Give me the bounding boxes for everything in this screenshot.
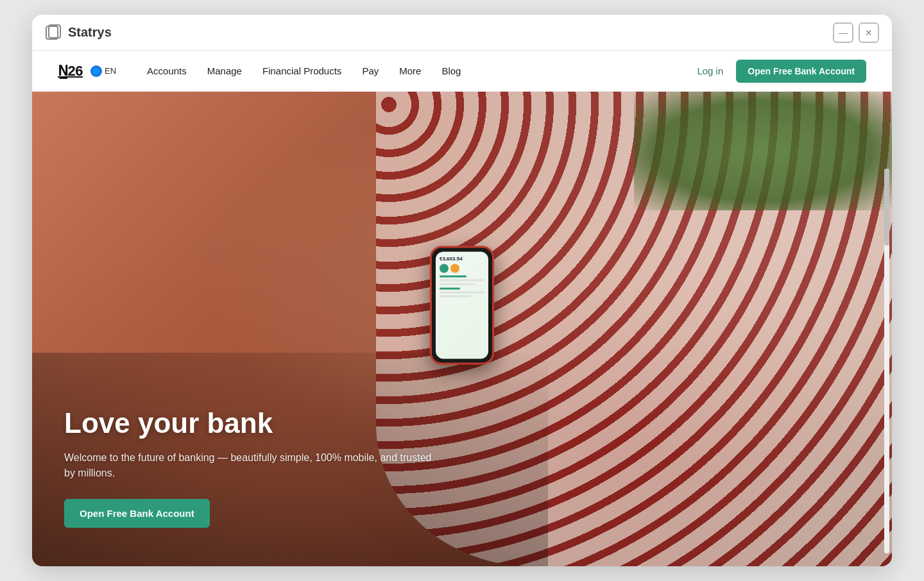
phone-circle-orange	[450, 264, 459, 273]
hero-content: Love your bank Welcome to the future of …	[64, 407, 436, 528]
phone-mockup-container: €3,603.54	[430, 246, 494, 365]
hero-subtitle: Welcome to the future of banking — beaut…	[64, 450, 436, 481]
phone-line-4	[440, 288, 460, 290]
statrys-logo-icon	[45, 24, 63, 42]
statrys-brand-name: Statrys	[68, 25, 112, 40]
brand-area: N̲26 🌐 EN	[58, 63, 116, 80]
nav-link-financial-products[interactable]: Financial Products	[262, 65, 341, 76]
phone-line-1	[440, 276, 466, 278]
nav-cta-button[interactable]: Open Free Bank Account	[736, 60, 866, 83]
window-controls: — ✕	[833, 22, 879, 43]
minimize-button[interactable]: —	[833, 22, 853, 43]
phone-circles	[440, 264, 484, 273]
phone-line-5	[440, 292, 484, 294]
nav-links-container: Accounts Manage Financial Products Pay M…	[147, 65, 697, 76]
hero-title: Love your bank	[64, 407, 436, 440]
language-selector[interactable]: 🌐 EN	[90, 65, 116, 77]
nav-link-accounts[interactable]: Accounts	[147, 65, 187, 76]
lang-dot-icon: 🌐	[90, 65, 102, 77]
browser-window: Statrys — ✕ N̲26 🌐 EN Accounts Manage Fi…	[32, 15, 892, 566]
n26-logo[interactable]: N̲26	[58, 63, 83, 80]
phone-line-3	[440, 283, 475, 285]
scrollbar-thumb[interactable]	[884, 169, 889, 246]
nav-link-blog[interactable]: Blog	[441, 65, 461, 76]
lang-label: EN	[105, 66, 116, 76]
logo-area: Statrys	[45, 24, 112, 42]
navigation-bar: N̲26 🌐 EN Accounts Manage Financial Prod…	[32, 51, 892, 92]
phone-line-6	[440, 296, 471, 298]
hero-cta-button[interactable]: Open Free Bank Account	[64, 499, 210, 528]
phone-circle-green	[440, 264, 449, 273]
phone-screen: €3,603.54	[436, 252, 488, 359]
nav-actions: Log in Open Free Bank Account	[697, 60, 866, 83]
hero-section: €3,603.54 Love your bank Welcom	[32, 92, 892, 566]
nav-link-more[interactable]: More	[399, 65, 421, 76]
phone-balance-text: €3,603.54	[440, 256, 484, 262]
title-bar: Statrys — ✕	[32, 15, 892, 51]
nav-link-pay[interactable]: Pay	[362, 65, 379, 76]
scrollbar-track[interactable]	[884, 169, 889, 553]
phone-mockup: €3,603.54	[430, 246, 494, 365]
login-link[interactable]: Log in	[697, 65, 723, 76]
grass-overlay	[634, 92, 892, 210]
phone-line-2	[440, 280, 484, 282]
nav-link-manage[interactable]: Manage	[207, 65, 242, 76]
close-button[interactable]: ✕	[859, 22, 879, 43]
